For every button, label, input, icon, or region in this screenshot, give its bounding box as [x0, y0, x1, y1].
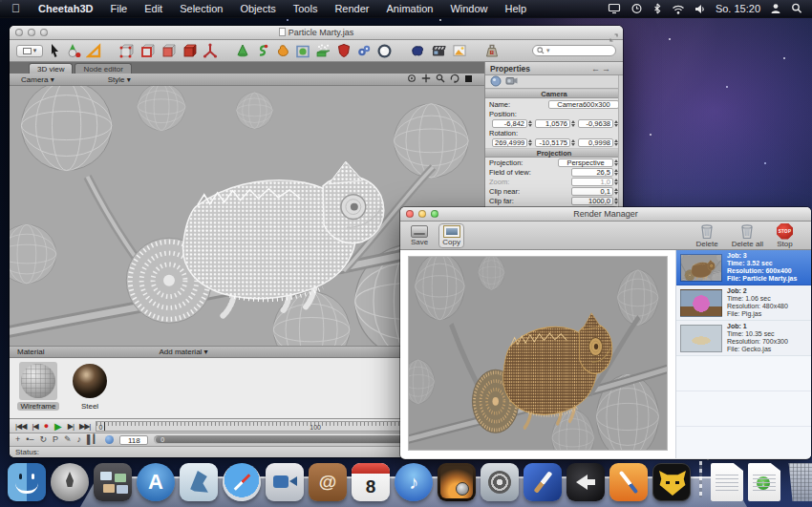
dock-facetime-icon[interactable] — [266, 463, 304, 501]
object-sphere-icon[interactable] — [490, 75, 502, 89]
object-mode-icon[interactable] — [182, 43, 198, 58]
stepper-icon[interactable] — [528, 119, 533, 128]
select-arrow-tool[interactable] — [48, 43, 61, 58]
style-dropdown[interactable]: Style ▾ — [108, 75, 131, 84]
dock-unity-icon[interactable] — [566, 463, 605, 501]
menu-window[interactable]: Window — [441, 0, 496, 18]
dock-safari-icon[interactable] — [223, 463, 261, 501]
time-machine-icon[interactable] — [630, 3, 643, 14]
dock-trash-icon[interactable] — [785, 463, 812, 501]
menu-animation[interactable]: Animation — [378, 0, 442, 18]
pan-icon[interactable] — [421, 74, 431, 85]
add-keyframe-icon[interactable]: + — [15, 435, 20, 444]
polygon-primitives-icon[interactable] — [235, 43, 250, 58]
tab-3d-view[interactable]: 3D view — [29, 63, 73, 74]
delete-button[interactable]: Delete — [694, 222, 721, 249]
dock-calendar-icon[interactable]: 8 — [352, 463, 390, 501]
add-material-dropdown[interactable]: Add material ▾ — [159, 348, 207, 356]
dock-mission-control-icon[interactable] — [94, 463, 132, 501]
pen-icon[interactable]: ✎ — [64, 435, 72, 444]
pos-y-field[interactable]: 1,0576 — [535, 119, 570, 128]
spline-objects-icon[interactable] — [255, 43, 270, 58]
clip-far-field[interactable]: 1000,0 — [571, 197, 613, 205]
animation-clapper-icon[interactable] — [431, 43, 447, 58]
stepper-icon[interactable] — [571, 119, 576, 128]
dock-launchpad-icon[interactable] — [51, 463, 89, 501]
stepper-icon[interactable] — [571, 138, 576, 147]
go-end-button[interactable]: ▶▶| — [79, 422, 90, 431]
menu-file[interactable]: File — [101, 0, 136, 18]
dock-finder-icon[interactable] — [8, 463, 46, 501]
search-input[interactable]: ▾ — [532, 45, 616, 56]
save-button[interactable]: Save — [408, 224, 431, 247]
apple-menu-icon[interactable]:  — [0, 0, 30, 18]
copy-button[interactable]: Copy — [438, 223, 464, 248]
modifier-objects-icon[interactable] — [295, 43, 310, 58]
menu-render[interactable]: Render — [326, 0, 377, 18]
rotate-view-icon[interactable] — [450, 74, 459, 85]
axis-mode-icon[interactable] — [203, 43, 218, 58]
volume-icon[interactable] — [694, 4, 706, 14]
dock-pixelmator-icon[interactable] — [609, 463, 648, 501]
rot-y-field[interactable]: -10,5175 — [535, 138, 570, 147]
particle-objects-icon[interactable] — [315, 43, 331, 58]
loop-icon[interactable]: ↻ — [39, 435, 47, 444]
main-titlebar[interactable]: Particle Marty.jas — [10, 26, 623, 40]
camera-object-icon[interactable] — [505, 75, 518, 88]
material-tab[interactable]: Material — [17, 348, 44, 356]
note-icon[interactable]: ♪ — [77, 435, 82, 444]
user-icon[interactable] — [770, 3, 781, 14]
maximize-view-icon[interactable] — [464, 74, 473, 85]
display-icon[interactable] — [608, 3, 621, 14]
menu-selection[interactable]: Selection — [171, 0, 231, 18]
wifi-icon[interactable] — [672, 4, 685, 14]
step-back-button[interactable]: |◀ — [32, 422, 37, 431]
step-forward-button[interactable]: ▶| — [68, 422, 74, 431]
record-button[interactable]: ● — [44, 421, 49, 431]
stepper-icon[interactable] — [528, 138, 533, 147]
view-layout-button[interactable]: ▾ — [16, 45, 43, 57]
menu-objects[interactable]: Objects — [231, 0, 284, 18]
menu-tools[interactable]: Tools — [285, 0, 327, 18]
fov-field[interactable]: 26,5 — [571, 168, 613, 177]
edge-mode-icon[interactable] — [139, 43, 156, 58]
polygon-mode-icon[interactable] — [160, 43, 177, 58]
image-viewer-icon[interactable] — [452, 43, 467, 58]
material-steel[interactable]: Steel — [67, 362, 113, 414]
menu-help[interactable]: Help — [497, 0, 536, 18]
dock-document-installer-icon[interactable]: ↓ — [748, 463, 780, 501]
history-arrows-icon[interactable]: ←→ — [591, 64, 612, 74]
job-row-2[interactable]: Job: 2 Time: 1.06 sec Resolution: 480x48… — [676, 285, 811, 321]
rm-titlebar[interactable]: Render Manager — [400, 207, 811, 222]
playhead[interactable] — [104, 422, 105, 431]
dock-app-store-icon[interactable] — [137, 463, 175, 501]
levels-icon[interactable]: ▌▎ — [87, 435, 99, 444]
range-thumb[interactable]: 0 120 — [156, 436, 424, 443]
clip-near-field[interactable]: 0,1 — [571, 187, 613, 196]
frame-count-field[interactable]: 118 — [119, 435, 148, 445]
point-mode-icon[interactable] — [118, 43, 135, 58]
dock-iphoto-icon[interactable] — [438, 463, 476, 501]
dock-mail-icon[interactable] — [180, 463, 218, 501]
web-icon[interactable] — [105, 435, 114, 444]
dock-system-preferences-icon[interactable] — [481, 463, 519, 501]
spotlight-icon[interactable] — [791, 3, 802, 14]
menu-edit[interactable]: Edit — [136, 0, 171, 18]
tab-node-editor[interactable]: Node editor — [75, 63, 131, 74]
menu-clock[interactable]: So. 15:20 — [716, 3, 760, 14]
stop-button[interactable]: STOP Stop — [774, 222, 796, 249]
dock-document-icon[interactable] — [711, 463, 743, 501]
rot-x-field[interactable]: 269,4999 — [492, 138, 527, 147]
dock-itunes-icon[interactable] — [395, 463, 433, 501]
weight-tool-icon[interactable]: B — [484, 43, 500, 58]
utility-objects-icon[interactable] — [356, 43, 372, 58]
orbit-icon[interactable] — [407, 74, 417, 85]
menu-app-name[interactable]: Cheetah3D — [30, 0, 101, 18]
pos-x-field[interactable]: -6,842 — [492, 119, 527, 128]
key-icon[interactable]: •– — [26, 435, 33, 444]
dock-paint-app-icon[interactable] — [524, 463, 562, 501]
material-preview-icon[interactable] — [410, 43, 426, 58]
go-start-button[interactable]: |◀◀ — [15, 422, 26, 431]
camera-dropdown[interactable]: Camera ▾ — [21, 75, 54, 84]
job-row-1[interactable]: Job: 1 Time: 10.35 sec Resolution: 700x3… — [676, 321, 811, 356]
